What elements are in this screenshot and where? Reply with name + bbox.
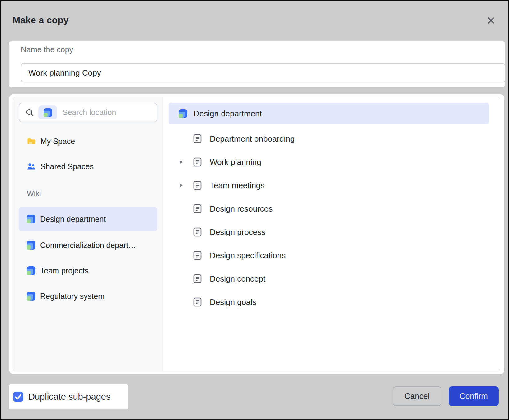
sidebar-item-label: Commercialization depart… bbox=[40, 241, 136, 250]
doc-icon bbox=[193, 134, 202, 143]
sidebar-item-label: Shared Spaces bbox=[40, 162, 94, 171]
duplicate-subpages-checkbox[interactable] bbox=[13, 392, 23, 402]
doc-icon bbox=[193, 157, 202, 167]
tree-item-label: Work planning bbox=[210, 157, 261, 167]
sidebar-item-regulatory-system[interactable]: Regulatory system bbox=[19, 284, 157, 309]
cancel-button[interactable]: Cancel bbox=[393, 386, 441, 406]
location-picker-panel: Search location My Space bbox=[13, 97, 500, 371]
tree-item-design-process[interactable]: Design process bbox=[163, 225, 265, 239]
tree-item-label: Design department bbox=[194, 109, 262, 119]
confirm-button[interactable]: Confirm bbox=[449, 386, 499, 406]
wiki-space-icon bbox=[27, 215, 35, 223]
doc-icon bbox=[193, 204, 202, 213]
search-location-input[interactable]: Search location bbox=[19, 103, 157, 122]
dialog-title: Make a copy bbox=[12, 15, 69, 26]
doc-icon bbox=[193, 251, 202, 260]
tree-item-label: Team meetings bbox=[210, 181, 264, 190]
sidebar-item-label: My Space bbox=[40, 137, 75, 146]
make-a-copy-dialog: Make a copy Name the copy bbox=[0, 0, 509, 420]
location-picker-backdrop: Search location My Space bbox=[9, 94, 504, 374]
search-icon bbox=[26, 108, 34, 117]
wiki-space-icon bbox=[27, 266, 35, 275]
doc-icon bbox=[193, 181, 202, 190]
tree-item-label: Design specifications bbox=[210, 251, 286, 260]
tree-item-work-planning[interactable]: Work planning bbox=[163, 155, 261, 169]
duplicate-subpages-label: Duplicate sub-pages bbox=[28, 384, 110, 409]
tree-item-design-concept[interactable]: Design concept bbox=[163, 272, 265, 286]
sidebar-item-shared-spaces[interactable]: Shared Spaces bbox=[13, 160, 163, 173]
tree-root-design-department[interactable]: Design department bbox=[169, 103, 489, 124]
sidebar-item-design-department[interactable]: Design department bbox=[19, 207, 157, 231]
tree-item-label: Design process bbox=[210, 227, 265, 237]
expand-caret-icon[interactable] bbox=[180, 183, 186, 188]
people-icon bbox=[27, 162, 36, 171]
sidebar-item-commercialization[interactable]: Commercialization depart… bbox=[19, 233, 157, 258]
sidebar-item-label: Design department bbox=[40, 215, 106, 224]
wiki-space-icon bbox=[179, 109, 187, 118]
page-tree-pane: Design department Department onboarding bbox=[163, 97, 500, 371]
tree-item-label: Design goals bbox=[210, 297, 256, 307]
duplicate-subpages-highlight: Duplicate sub-pages bbox=[9, 384, 128, 409]
wiki-space-icon bbox=[27, 292, 35, 301]
tree-item-label: Design resources bbox=[210, 204, 273, 214]
close-button[interactable] bbox=[484, 14, 498, 27]
close-icon bbox=[485, 15, 497, 26]
checkmark-icon bbox=[13, 392, 23, 402]
tree-item-team-meetings[interactable]: Team meetings bbox=[163, 178, 264, 193]
wiki-space-icon bbox=[44, 108, 52, 117]
tree-item-design-specifications[interactable]: Design specifications bbox=[163, 248, 286, 263]
name-copy-card: Name the copy bbox=[9, 41, 505, 87]
tree-item-label: Department onboarding bbox=[210, 134, 295, 144]
copy-name-input[interactable] bbox=[21, 63, 506, 82]
sidebar-item-label: Regulatory system bbox=[40, 292, 105, 301]
search-scope-chip[interactable] bbox=[38, 105, 57, 119]
doc-icon bbox=[193, 297, 202, 307]
name-copy-label: Name the copy bbox=[21, 45, 73, 54]
tree-item-department-onboarding[interactable]: Department onboarding bbox=[163, 132, 295, 146]
tree-item-design-resources[interactable]: Design resources bbox=[163, 202, 273, 216]
doc-icon bbox=[193, 227, 202, 237]
sidebar-item-label: Team projects bbox=[40, 266, 89, 275]
sidebar-section-wiki: Wiki bbox=[27, 189, 41, 198]
sidebar-item-my-space[interactable]: My Space bbox=[13, 134, 163, 148]
expand-caret-icon[interactable] bbox=[180, 160, 186, 164]
wiki-space-icon bbox=[27, 241, 35, 250]
sidebar-item-team-projects[interactable]: Team projects bbox=[19, 258, 157, 283]
location-sidebar: Search location My Space bbox=[13, 97, 163, 371]
folder-icon bbox=[27, 137, 36, 146]
tree-item-design-goals[interactable]: Design goals bbox=[163, 295, 256, 309]
tree-item-label: Design concept bbox=[210, 274, 265, 284]
search-placeholder: Search location bbox=[63, 108, 116, 117]
doc-icon bbox=[193, 274, 202, 283]
